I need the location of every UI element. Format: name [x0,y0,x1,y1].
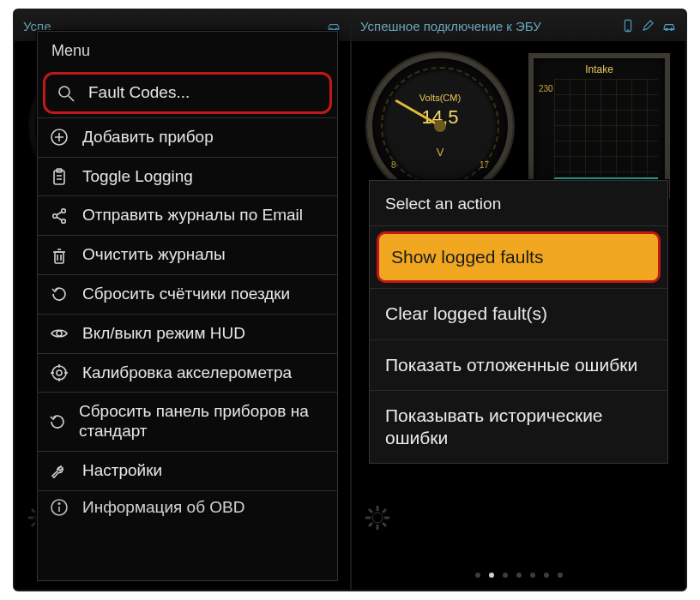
pencil-icon [641,19,656,33]
dialog-item[interactable]: Show logged faults [377,231,661,283]
menu-item-clip[interactable]: Toggle Logging [38,157,337,196]
menu-item-reset[interactable]: Сбросить панель приборов на стандарт [38,392,337,451]
trash-icon [48,246,70,265]
status-icons [620,19,677,33]
menu-title: Menu [38,32,337,69]
phone-left: Успе Menu Fault Codes...Добавить приборT… [15,10,350,590]
wrench-icon [48,461,70,480]
menu-item-info[interactable]: Информация об OBD [38,490,337,516]
intake-chart[interactable]: Intake 230 [528,53,670,199]
menu-item-label: Сбросить панель приборов на стандарт [79,402,325,441]
menu-item-label: Калибровка акселерометра [82,363,292,383]
menu-popup: Menu Fault Codes...Добавить приборToggle… [37,31,338,581]
phone-icon [620,19,636,33]
page-indicator[interactable] [352,573,685,578]
eye-icon [48,324,70,343]
dialog-item[interactable]: Показывать исторические ошибки [370,390,667,464]
target-icon [48,363,70,382]
chart-grid [554,79,658,185]
menu-item-eye[interactable]: Вкл/выкл режим HUD [38,314,337,353]
info-icon [48,498,70,516]
car-icon [661,19,677,33]
menu-item-search[interactable]: Fault Codes... [43,72,332,114]
menu-item-label: Fault Codes... [88,83,190,103]
gauge-min: 8 [391,160,396,170]
menu-item-reset[interactable]: Сбросить счётчики поездки [38,274,337,314]
gauge-needle [395,99,440,128]
gear-icon [360,501,395,538]
chart-title: Intake [534,63,665,75]
share-icon [48,207,70,225]
menu-item-label: Настройки [82,461,162,481]
menu-list[interactable]: Fault Codes...Добавить приборToggle Logg… [38,69,337,580]
menu-item-target[interactable]: Калибровка акселерометра [38,353,337,393]
screenshot-frame: Успе Menu Fault Codes...Добавить приборT… [13,9,687,591]
gauge-label: Volts(CM) [372,93,508,103]
gauge-value: 14,5 [372,106,508,129]
dialog-item[interactable]: Показать отложенные ошибки [370,339,667,390]
menu-item-label: Информация об OBD [82,498,245,516]
clip-icon [48,167,70,186]
menu-item-label: Toggle Logging [82,167,193,187]
chart-ymax: 230 [539,84,553,93]
menu-item-trash[interactable]: Очистить журналы [38,235,337,274]
menu-item-label: Сбросить счётчики поездки [82,285,290,304]
menu-item-plus[interactable]: Добавить прибор [38,117,337,157]
search-icon [54,83,76,102]
volt-gauge[interactable]: Volts(CM) 14,5 V 8 17 [367,53,513,199]
status-bar: Успешное подключение к ЭБУ [352,10,685,41]
menu-item-label: Вкл/выкл режим HUD [82,324,245,344]
menu-item-label: Очистить журналы [82,245,226,265]
gauge-hub [434,120,446,132]
action-dialog: Select an action Show logged faultsClear… [369,180,668,464]
gauge-max: 17 [480,160,489,170]
menu-item-label: Отправить журналы по Email [82,206,303,225]
gauge-unit: V [372,146,508,159]
status-title: Успешное подключение к ЭБУ [360,19,620,33]
dialog-item[interactable]: Clear logged fault(s) [370,288,667,339]
phone-right: Успешное подключение к ЭБУ Volts(CM) 14,… [350,10,685,590]
menu-item-wrench[interactable]: Настройки [38,451,337,490]
dialog-title: Select an action [370,181,667,226]
menu-item-label: Добавить прибор [82,128,214,147]
plus-icon [48,128,70,147]
menu-item-share[interactable]: Отправить журналы по Email [38,195,337,235]
reset-icon [48,412,67,431]
reset-icon [48,285,70,303]
